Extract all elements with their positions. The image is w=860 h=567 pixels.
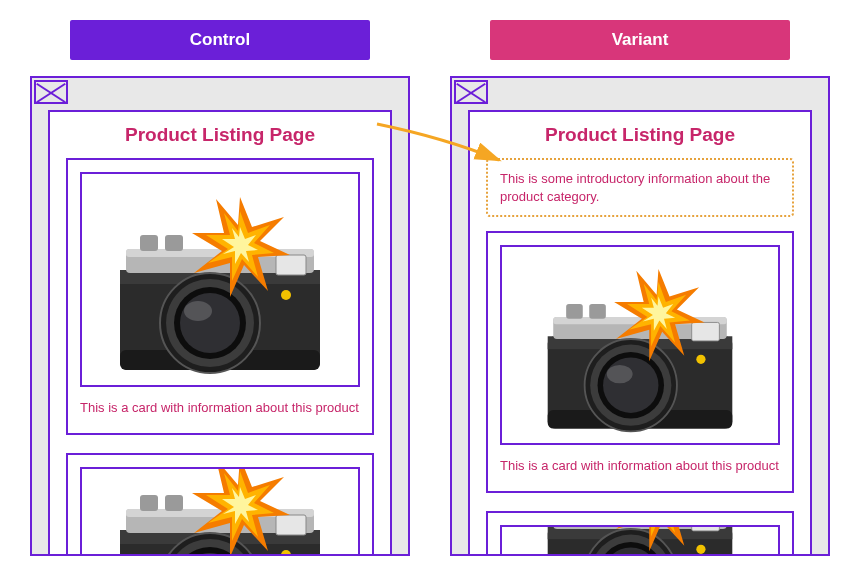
product-image [80, 172, 360, 387]
camera-flash-icon [90, 467, 350, 556]
camera-flash-icon [520, 248, 760, 443]
close-icon [34, 80, 68, 104]
product-card-text: This is a card with information about th… [500, 457, 780, 475]
intro-callout: This is some introductory information ab… [486, 158, 794, 217]
page-title: Product Listing Page [486, 124, 794, 146]
camera-flash-icon [520, 525, 760, 556]
control-wireframe: Product Listing Page This is a card with… [30, 76, 410, 556]
product-image [500, 525, 780, 556]
product-card: This is a card with information about th… [486, 511, 794, 556]
product-card: This is a card with information about th… [66, 158, 374, 435]
product-card: This is a card with information about th… [486, 231, 794, 493]
product-image [80, 467, 360, 556]
window-titlebar [32, 80, 408, 108]
control-label: Control [70, 20, 370, 60]
page-title: Product Listing Page [66, 124, 374, 146]
camera-flash-icon [90, 175, 350, 385]
product-card: This is a card with information about th… [66, 453, 374, 556]
window-titlebar [452, 80, 828, 108]
page-frame: Product Listing Page This is some introd… [468, 110, 812, 556]
variant-wireframe: Product Listing Page This is some introd… [450, 76, 830, 556]
variant-label: Variant [490, 20, 790, 60]
control-column: Control Product Listing Page This is a c… [30, 20, 410, 556]
page-frame: Product Listing Page This is a card with… [48, 110, 392, 556]
product-image [500, 245, 780, 445]
variant-column: Variant Product Listing Page This is som… [450, 20, 830, 556]
close-icon [454, 80, 488, 104]
product-card-text: This is a card with information about th… [80, 399, 360, 417]
